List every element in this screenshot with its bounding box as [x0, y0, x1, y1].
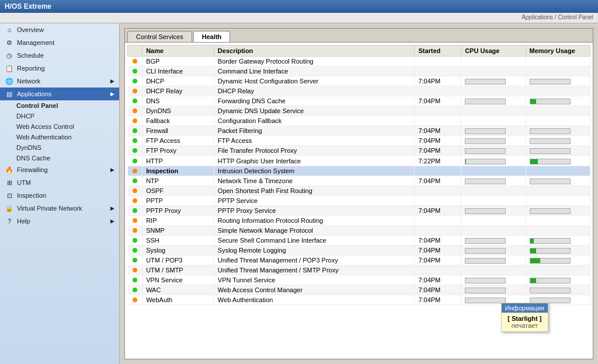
tab-health[interactable]: Health [193, 31, 231, 42]
table-row[interactable]: WACWeb Access Control Manager7:04PM [128, 285, 590, 295]
sidebar-item-control-panel[interactable]: Control Panel [0, 100, 119, 111]
table-row[interactable]: FallbackConfiguration Fallback [128, 116, 590, 126]
table-row[interactable]: RIPRouting Information Protocol Routing [128, 215, 590, 225]
table-row[interactable]: UTM / POP3Unified Threat Management / PO… [128, 255, 590, 265]
mem-progress-bar [530, 258, 571, 264]
table-row[interactable]: VPN ServiceVPN Tunnel Service7:04PM [128, 275, 590, 285]
sidebar-label: Reporting [17, 65, 45, 72]
mem-progress-fill [530, 278, 536, 283]
sidebar-label: Web Authentication [16, 134, 72, 141]
status-cell [128, 275, 142, 285]
table-row[interactable]: FTP AccessFTP Access7:04PM [128, 136, 590, 146]
sidebar-item-dyndns[interactable]: DynDNS [0, 142, 119, 153]
table-row[interactable]: FTP ProxyFile Transfer Protocol Proxy7:0… [128, 146, 590, 156]
table-row[interactable]: FirewallPacket Filtering7:04PM [128, 126, 590, 136]
sidebar-item-help[interactable]: ?Help▶ [0, 215, 119, 228]
mem-progress-bar [530, 159, 571, 164]
service-started: 7:04PM [415, 295, 461, 305]
sidebar-label: Overview [17, 26, 44, 33]
table-row[interactable]: SNMPSimple Network Manage Protocol [128, 225, 590, 235]
table-row[interactable]: DHCP RelayDHCP Relay [128, 86, 590, 96]
tab-control-services[interactable]: Control Services [127, 31, 192, 42]
app-title: H/OS Extreme [5, 2, 51, 10]
table-row[interactable]: HTTPHTTP Graphic User Interface7:22PM [128, 156, 590, 166]
table-row[interactable]: DynDNSDynamic DNS Update Service [128, 106, 590, 116]
mem-progress-bar [530, 138, 571, 144]
table-row[interactable]: OSPFOpen Shortest Path First Routing [128, 186, 590, 195]
service-desc: File Transfer Protocol Proxy [214, 146, 415, 156]
cpu-usage-cell [461, 156, 526, 166]
mem-progress-bar [530, 248, 571, 254]
table-row[interactable]: BGPBorder Gateway Protocol Routing [128, 57, 590, 66]
sidebar-item-schedule[interactable]: ◷Schedule [0, 49, 119, 62]
sidebar-item-inspection[interactable]: ⊡Inspection [0, 189, 119, 202]
table-row[interactable]: UTM / SMTPUnified Threat Management / SM… [128, 265, 590, 275]
cpu-usage-cell [461, 166, 526, 176]
service-name: Fallback [142, 116, 214, 126]
status-cell [128, 235, 142, 245]
mem-progress-bar [530, 278, 571, 284]
status-dot [133, 198, 137, 203]
sidebar-label: DNS Cache [16, 155, 50, 162]
table-row[interactable]: InspectionIntrusion Detection System [128, 166, 590, 176]
service-desc: Routing Information Protocol Routing [214, 215, 415, 225]
table-row[interactable]: SSHSecure Shell Command Line Interface7:… [128, 235, 590, 245]
status-cell [128, 195, 142, 205]
mem-usage-cell [526, 265, 590, 275]
table-row[interactable]: CLI InterfaceCommand Line Interface [128, 66, 590, 76]
sidebar-item-web-authentication[interactable]: Web Authentication [0, 132, 119, 142]
sidebar-item-network[interactable]: 🌐Network▶ [0, 75, 119, 88]
status-dot [133, 89, 137, 93]
sidebar-item-utm[interactable]: ⊞UTM [0, 176, 119, 189]
status-dot [133, 248, 137, 253]
service-name: DHCP Relay [142, 86, 214, 96]
sidebar-item-management[interactable]: ⚙Management [0, 36, 119, 49]
table-row[interactable]: DHCPDynamic Host Configuration Server7:0… [128, 76, 590, 86]
mem-progress-fill [530, 249, 536, 253]
status-dot [133, 278, 137, 282]
service-started [415, 265, 461, 275]
sidebar-item-web-access-control[interactable]: Web Access Control [0, 121, 119, 132]
cpu-progress-bar [465, 298, 506, 303]
cpu-usage-cell [461, 176, 526, 186]
table-row[interactable]: SyslogSyslog Remote Logging7:04PM [128, 245, 590, 255]
table-row[interactable]: DNSForwarding DNS Cache7:04PM [128, 96, 590, 106]
sidebar-item-dns-cache[interactable]: DNS Cache [0, 153, 119, 163]
service-desc: PPTP Service [214, 195, 415, 205]
table-row[interactable]: NTPNetwork Time & Timezone7:04PM [128, 176, 590, 186]
mem-usage-cell [526, 176, 590, 186]
status-cell [128, 186, 142, 195]
cpu-usage-cell [461, 126, 526, 136]
status-dot [133, 128, 137, 133]
table-row[interactable]: PPTP ProxyPPTP Proxy Service7:04PM [128, 205, 590, 215]
arrow-icon: ▶ [110, 78, 114, 84]
sidebar-item-applications[interactable]: ▤Applications▶ [0, 88, 119, 100]
sidebar-item-reporting[interactable]: 📋Reporting [0, 62, 119, 75]
status-dot [133, 228, 137, 233]
service-name: SNMP [142, 225, 214, 235]
service-name: SSH [142, 235, 214, 245]
status-cell [128, 215, 142, 225]
service-started [415, 86, 461, 96]
management-icon: ⚙ [5, 38, 14, 47]
sidebar-item-overview[interactable]: ⌂Overview [0, 23, 119, 36]
table-row[interactable]: PPTPPPTP Service [128, 195, 590, 205]
sidebar-item-vpn[interactable]: 🔒Virtual Private Network▶ [0, 202, 119, 215]
status-cell [128, 106, 142, 116]
cpu-progress-bar [465, 238, 506, 244]
status-cell [128, 176, 142, 186]
cpu-progress-bar [465, 79, 506, 85]
col-header-0 [128, 46, 142, 57]
service-desc: Border Gateway Protocol Routing [214, 57, 415, 66]
service-desc: DHCP Relay [214, 86, 415, 96]
mem-progress-bar [530, 178, 571, 184]
service-started: 7:04PM [415, 275, 461, 285]
status-cell [128, 245, 142, 255]
service-desc: Unified Threat Management / POP3 Proxy [214, 255, 415, 265]
cpu-usage-cell [461, 76, 526, 86]
mem-usage-cell [526, 205, 590, 215]
sidebar-item-firewalling[interactable]: 🔥Firewalling▶ [0, 163, 119, 176]
mem-progress-fill [530, 159, 538, 164]
sidebar-item-dhcp[interactable]: DHCP [0, 111, 119, 121]
mem-progress-fill [530, 239, 534, 243]
